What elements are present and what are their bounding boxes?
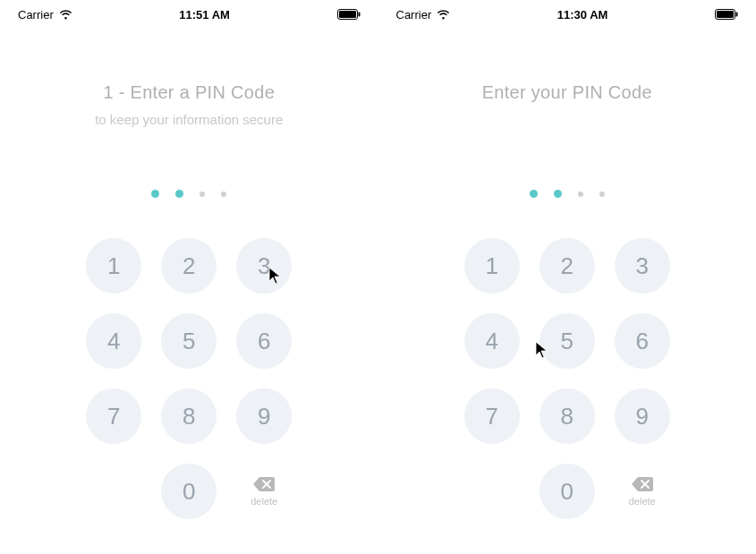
key-1[interactable]: 1 [86, 238, 141, 294]
keypad: 1 2 3 4 5 6 7 8 9 0 delete [86, 238, 292, 519]
key-9[interactable]: 9 [236, 388, 292, 444]
phone-screen-setup: Carrier 11:51 AM 1 - Enter a PIN Code to… [0, 0, 378, 554]
pin-dots [530, 190, 605, 198]
pin-dot [221, 192, 226, 197]
delete-button[interactable]: delete [236, 464, 292, 519]
key-9[interactable]: 9 [615, 388, 670, 444]
wifi-icon [437, 10, 450, 20]
status-bar: Carrier 11:51 AM [0, 0, 378, 29]
status-time: 11:30 AM [557, 8, 608, 21]
pin-dots [151, 190, 226, 198]
key-7[interactable]: 7 [464, 388, 520, 444]
status-bar: Carrier 11:30 AM [378, 0, 757, 29]
pin-dot [175, 190, 183, 198]
pin-dot [554, 190, 562, 198]
pin-dot [530, 190, 538, 198]
key-6[interactable]: 6 [236, 313, 292, 369]
backspace-icon [252, 476, 276, 492]
key-1[interactable]: 1 [464, 238, 520, 294]
key-0[interactable]: 0 [539, 464, 595, 519]
key-8[interactable]: 8 [539, 388, 595, 444]
key-8[interactable]: 8 [161, 388, 217, 444]
svg-rect-2 [358, 13, 360, 17]
carrier-label: Carrier [396, 8, 432, 21]
key-empty [464, 464, 520, 519]
pin-title: 1 - Enter a PIN Code [95, 82, 283, 103]
key-3[interactable]: 3 [615, 238, 670, 294]
key-6[interactable]: 6 [615, 313, 670, 369]
pin-title: Enter your PIN Code [482, 82, 652, 103]
phone-screen-unlock: Carrier 11:30 AM Enter your PIN Code 1 2… [378, 0, 757, 554]
key-5[interactable]: 5 [161, 313, 217, 369]
carrier-label: Carrier [18, 8, 54, 21]
delete-label: delete [629, 496, 656, 507]
backspace-icon [631, 476, 654, 492]
svg-rect-5 [736, 13, 738, 17]
pin-subtitle: to keep your information secure [95, 112, 283, 127]
keypad: 1 2 3 4 5 6 7 8 9 0 delete [464, 238, 670, 519]
key-3[interactable]: 3 [236, 238, 292, 294]
pin-dot [599, 192, 605, 197]
pin-dot [151, 190, 159, 198]
svg-rect-4 [717, 11, 734, 18]
key-0[interactable]: 0 [161, 464, 217, 519]
key-2[interactable]: 2 [161, 238, 217, 294]
key-4[interactable]: 4 [464, 313, 520, 369]
delete-label: delete [251, 496, 277, 507]
status-time: 11:51 AM [179, 8, 230, 21]
svg-rect-1 [339, 11, 356, 18]
battery-icon [337, 9, 361, 20]
pin-dot [200, 192, 205, 197]
key-empty [86, 464, 141, 519]
wifi-icon [59, 10, 72, 20]
key-4[interactable]: 4 [86, 313, 141, 369]
battery-icon [715, 9, 738, 20]
key-7[interactable]: 7 [86, 388, 141, 444]
key-5[interactable]: 5 [539, 313, 595, 369]
pin-dot [578, 192, 583, 197]
delete-button[interactable]: delete [615, 464, 670, 519]
key-2[interactable]: 2 [539, 238, 595, 294]
